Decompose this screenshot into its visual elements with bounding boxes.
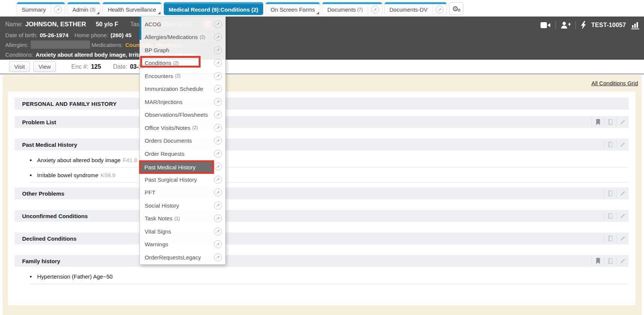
open-in-new-arrow-icon[interactable] [214, 98, 222, 106]
enc-number-value: 125 [91, 63, 101, 70]
bookmark-icon[interactable] [592, 257, 604, 265]
condition-text: Hypertension (Father) Age~50 [37, 273, 112, 280]
book-icon[interactable] [604, 118, 616, 126]
open-in-new-arrow-icon[interactable] [214, 111, 222, 119]
menu-item-observations-flowsheets[interactable]: Observations/Flowsheets [140, 109, 225, 122]
open-in-new-arrow-icon[interactable] [54, 6, 62, 14]
annotation-box-past-medical-history[interactable]: Past Medical History [139, 160, 214, 174]
tab-label: Medical Record (9):Conditions (2) [164, 2, 263, 15]
add-person-icon[interactable] [561, 21, 571, 29]
tab-label: Admin [72, 6, 88, 13]
settings-gear-button[interactable] [449, 2, 463, 15]
condition-list-item: Anxiety about altered body image F41.8 [30, 153, 629, 168]
menu-item-past-surgical-history[interactable]: Past Surgical History [140, 173, 225, 186]
open-in-new-arrow-icon[interactable] [214, 137, 222, 145]
patient-name: JOHNSON, ESTHER [25, 21, 86, 28]
menu-item-mar-injections[interactable]: MAR/Injections [140, 95, 225, 109]
allergies-label: Allergies: [5, 42, 28, 48]
menu-item-allergies-medications[interactable]: Allergies/Medications(2) [140, 31, 225, 44]
menu-item-warnings[interactable]: Warnings [140, 238, 225, 251]
open-in-new-arrow-icon[interactable] [214, 176, 222, 184]
date-label: Date: [113, 63, 127, 70]
open-in-new-arrow-icon[interactable] [214, 46, 222, 54]
condition-list-item: Irritable bowel syndrome K58.9 [30, 168, 629, 183]
tab-on-screen-forms[interactable]: On Screen Forms [266, 2, 320, 15]
tab-label: Documents [327, 6, 356, 13]
conditions-label: Conditions: [5, 51, 33, 58]
open-in-new-arrow-icon[interactable] [214, 124, 222, 132]
open-in-new-arrow-icon[interactable] [214, 214, 222, 222]
menu-item-vital-signs[interactable]: Vital Signs [140, 225, 225, 238]
divider [575, 21, 576, 29]
section-title: PERSONAL AND FAMILY HISTORY [15, 98, 629, 110]
menu-item-orders-documents[interactable]: Orders Documents [140, 134, 225, 148]
section-problem-list: Problem List [15, 116, 629, 128]
tab-medical-record-active[interactable]: Medical Record (9):Conditions (2) [164, 2, 263, 15]
icd-code: K58.9 [100, 172, 115, 178]
book-icon[interactable] [604, 234, 616, 243]
pencil-icon[interactable] [616, 189, 629, 197]
medical-record-dropdown-menu: ACOG Allergies/Medications(2) BP Graph C… [139, 17, 226, 265]
banner-action-icons: TEST-10057 [541, 21, 640, 29]
book-icon[interactable] [604, 257, 616, 265]
tab-admin[interactable]: Admin(3) [67, 2, 100, 15]
top-tab-bar: Summary Admin(3) Health Surveillance Med… [0, 0, 644, 17]
tab-label: Documents-DV [385, 2, 433, 15]
tab-health-surveillance[interactable]: Health Surveillance [103, 2, 161, 15]
section-declined-conditions: Declined Conditions [15, 232, 629, 244]
open-in-new-arrow-icon[interactable] [214, 20, 222, 28]
open-in-new-arrow-icon[interactable] [214, 188, 222, 196]
visit-button[interactable]: Visit [9, 61, 30, 72]
menu-item-acog[interactable]: ACOG [140, 18, 225, 31]
menu-item-order-requests[interactable]: Order Requests [140, 147, 225, 160]
book-icon[interactable] [604, 140, 616, 149]
pencil-icon[interactable] [616, 212, 629, 220]
open-in-new-arrow-icon[interactable] [214, 240, 222, 248]
tab-count: (3) [90, 7, 96, 12]
menu-item-social-history[interactable]: Social History [140, 199, 225, 212]
video-camera-icon[interactable] [541, 21, 551, 29]
open-in-new-arrow-icon[interactable] [214, 33, 222, 41]
tab-count: (7) [357, 7, 363, 12]
menu-item-task-notes[interactable]: Task Notes(1) [140, 212, 225, 225]
patient-banner-line2: Date of birth: 05-26-1974 Home phone: (2… [5, 30, 644, 40]
name-label: Name: [5, 21, 23, 28]
open-in-new-arrow-icon[interactable] [436, 6, 443, 14]
open-in-new-arrow-icon[interactable] [371, 6, 379, 14]
pencil-icon[interactable] [616, 140, 629, 149]
open-in-new-arrow-icon[interactable] [214, 202, 222, 209]
open-in-new-arrow-icon[interactable] [214, 150, 222, 158]
encounter-bar: Visit View Enc #: 125 Date: 03-12-2025 [0, 60, 644, 74]
all-conditions-grid-link[interactable]: All Conditions Grid [592, 80, 638, 86]
menu-item-pft[interactable]: PFT [140, 186, 225, 199]
patient-banner-line3: Allergies: Medications: Coumadin, Neomyc… [5, 40, 644, 50]
pencil-icon[interactable] [616, 257, 629, 265]
tab-documents[interactable]: Documents(7) [322, 2, 382, 15]
view-button[interactable]: View [33, 61, 56, 72]
open-in-new-arrow-icon[interactable] [214, 228, 222, 235]
book-icon[interactable] [604, 189, 616, 197]
tab-summary[interactable]: Summary [17, 2, 65, 15]
menu-item-encounters[interactable]: Encounters(2) [140, 69, 225, 83]
dropdown-fold-icon [316, 12, 319, 14]
open-in-new-arrow-icon[interactable] [214, 59, 222, 67]
menu-item-bp-graph[interactable]: BP Graph [140, 44, 225, 57]
section-header-text: Past Medical History [22, 142, 77, 148]
pencil-icon[interactable] [616, 234, 629, 243]
tab-label: On Screen Forms [266, 2, 320, 15]
book-icon[interactable] [604, 212, 616, 220]
open-in-new-arrow-icon[interactable] [214, 72, 222, 80]
menu-item-immunization-schedule[interactable]: Immunization Schedule [140, 83, 225, 96]
open-in-new-arrow-icon[interactable] [214, 85, 222, 93]
bookmark-icon[interactable] [592, 118, 604, 126]
open-in-new-arrow-icon[interactable] [214, 163, 222, 170]
tab-documents-dv[interactable]: Documents-DV [385, 2, 447, 15]
menu-item-office-visits-notes[interactable]: Office Visits/Notes(2) [140, 121, 225, 134]
open-in-new-arrow-icon[interactable] [214, 253, 222, 261]
section-unconfirmed-conditions: Unconfirmed Conditions [15, 210, 629, 222]
menu-item-orderrequestslegacy[interactable]: OrderRequestsLegacy [140, 251, 225, 264]
pencil-icon[interactable] [616, 118, 629, 126]
bar-chart-icon[interactable] [631, 21, 640, 29]
lightning-bolt-icon[interactable] [581, 21, 586, 29]
section-title-text: PERSONAL AND FAMILY HISTORY [22, 101, 117, 107]
